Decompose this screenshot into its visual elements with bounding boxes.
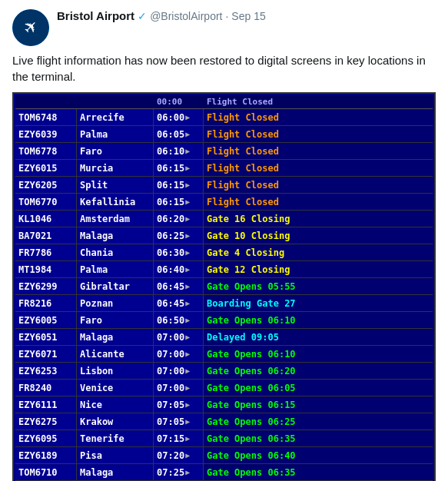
- flight-number: EZY6071: [15, 346, 77, 362]
- departure-time: 06:50▶: [154, 312, 204, 328]
- time-arrow-icon: ▶: [185, 333, 190, 341]
- status-badge: Flight Closed: [204, 126, 433, 142]
- display-name[interactable]: Bristol Airport: [57, 9, 134, 22]
- board-header: 00:00 Flight Closed: [15, 95, 433, 109]
- destination: Malaga: [77, 464, 154, 480]
- header-time: 00:00: [154, 95, 204, 108]
- destination: Malaga: [77, 329, 154, 345]
- table-row: EZY6111 Nice 07:05▶ Gate Opens 06:15: [15, 396, 433, 413]
- table-row: EZY6015 Murcia 06:15▶ Flight Closed: [15, 160, 433, 177]
- status-badge: Flight Closed: [204, 109, 433, 125]
- departure-time: 06:20▶: [154, 211, 204, 227]
- flight-number: BA7021: [15, 227, 77, 244]
- header-flight: [15, 95, 77, 108]
- time-arrow-icon: ▶: [185, 383, 190, 392]
- time-arrow-icon: ▶: [185, 434, 190, 443]
- time-arrow-icon: ▶: [185, 113, 190, 121]
- flight-number: EZY6039: [15, 126, 77, 142]
- departure-time: 06:30▶: [154, 244, 204, 260]
- destination: Gibraltar: [77, 278, 154, 294]
- destination: Faro: [77, 143, 154, 159]
- time-arrow-icon: ▶: [185, 147, 190, 155]
- table-row: EZY6005 Faro 06:50▶ Gate Opens 06:10: [15, 312, 433, 329]
- departure-time: 07:00▶: [154, 380, 204, 396]
- flight-number: EZY6205: [15, 177, 77, 193]
- time-arrow-icon: ▶: [185, 367, 190, 375]
- departure-time: 06:40▶: [154, 261, 204, 277]
- flight-number: KL1046: [15, 211, 77, 227]
- flight-board: 00:00 Flight Closed TOM6748 Arrecife 06:…: [12, 92, 436, 481]
- flight-number: EZY6015: [15, 160, 77, 176]
- destination: Murcia: [77, 160, 154, 176]
- tweet-header: ✈ Bristol Airport ✓ @BristolAirport · Se…: [12, 9, 436, 46]
- status-badge: Gate Opens 06:15: [204, 396, 433, 413]
- time-arrow-icon: ▶: [185, 164, 190, 172]
- departure-time: 06:15▶: [154, 177, 204, 193]
- time-arrow-icon: ▶: [185, 417, 190, 426]
- destination: Tenerife: [77, 430, 154, 446]
- username[interactable]: @BristolAirport: [150, 10, 222, 22]
- table-row: EZY6205 Split 06:15▶ Flight Closed: [15, 177, 433, 194]
- status-badge: Gate Opens 06:40: [204, 447, 433, 463]
- status-badge: Gate 12 Closing: [204, 261, 433, 277]
- status-badge: Gate Opens 05:55: [204, 278, 433, 294]
- table-row: TOM6710 Malaga 07:25▶ Gate Opens 06:35: [15, 464, 433, 481]
- status-badge: Gate Opens 06:35: [204, 464, 433, 480]
- destination: Lisbon: [77, 363, 154, 379]
- departure-time: 06:45▶: [154, 295, 204, 311]
- table-row: TOM6778 Faro 06:10▶ Flight Closed: [15, 143, 433, 160]
- destination: Kefallinia: [77, 194, 154, 210]
- flight-number: EZY6253: [15, 363, 77, 379]
- time-arrow-icon: ▶: [185, 130, 190, 138]
- destination: Palma: [77, 261, 154, 277]
- departure-time: 07:20▶: [154, 447, 204, 463]
- departure-time: 06:00▶: [154, 109, 204, 125]
- status-badge: Flight Closed: [204, 177, 433, 193]
- table-row: FR8216 Poznan 06:45▶ Boarding Gate 27: [15, 295, 433, 312]
- avatar[interactable]: ✈: [12, 9, 49, 46]
- departure-time: 06:45▶: [154, 278, 204, 294]
- destination: Poznan: [77, 295, 154, 311]
- flight-number: EZY6111: [15, 396, 77, 413]
- time-arrow-icon: ▶: [185, 181, 190, 189]
- tweet-date[interactable]: Sep 15: [231, 10, 265, 22]
- status-badge: Gate Opens 06:10: [204, 346, 433, 362]
- departure-time: 06:25▶: [154, 227, 204, 244]
- time-arrow-icon: ▶: [185, 468, 190, 476]
- status-badge: Gate 10 Closing: [204, 227, 433, 244]
- time-arrow-icon: ▶: [185, 350, 190, 358]
- flight-number: TOM6748: [15, 109, 77, 125]
- status-badge: Gate 16 Closing: [204, 211, 433, 227]
- time-arrow-icon: ▶: [185, 248, 190, 257]
- table-row: EZY6071 Alicante 07:00▶ Gate Opens 06:10: [15, 346, 433, 363]
- departure-time: 07:00▶: [154, 346, 204, 362]
- time-arrow-icon: ▶: [185, 316, 190, 324]
- time-arrow-icon: ▶: [185, 299, 190, 307]
- table-row: FR7786 Chania 06:30▶ Gate 4 Closing: [15, 244, 433, 261]
- status-badge: Flight Closed: [204, 194, 433, 210]
- time-arrow-icon: ▶: [185, 231, 190, 240]
- plane-icon: ✈: [18, 15, 42, 39]
- table-row: EZY6039 Palma 06:05▶ Flight Closed: [15, 126, 433, 143]
- time-arrow-icon: ▶: [185, 400, 190, 409]
- time-arrow-icon: ▶: [185, 265, 190, 274]
- tweet: ✈ Bristol Airport ✓ @BristolAirport · Se…: [0, 0, 448, 481]
- separator-dot: ·: [225, 10, 228, 22]
- departure-time: 06:05▶: [154, 126, 204, 142]
- status-badge: Gate Opens 06:25: [204, 413, 433, 430]
- status-badge: Flight Closed: [204, 160, 433, 176]
- table-row: EZY6095 Tenerife 07:15▶ Gate Opens 06:35: [15, 430, 433, 447]
- user-info: Bristol Airport ✓ @BristolAirport · Sep …: [57, 9, 436, 22]
- table-row: EZY6051 Malaga 07:00▶ Delayed 09:05: [15, 329, 433, 346]
- status-badge: Delayed 09:05: [204, 329, 433, 345]
- destination: Nice: [77, 396, 154, 413]
- departure-time: 07:00▶: [154, 363, 204, 379]
- departure-time: 06:15▶: [154, 194, 204, 210]
- flight-number: FR8240: [15, 380, 77, 396]
- status-badge: Gate Opens 06:05: [204, 380, 433, 396]
- destination: Split: [77, 177, 154, 193]
- user-name-row: Bristol Airport ✓ @BristolAirport · Sep …: [57, 9, 436, 22]
- flight-number: TOM6770: [15, 194, 77, 210]
- table-row: BA7021 Malaga 06:25▶ Gate 10 Closing: [15, 227, 433, 244]
- board-rows: TOM6748 Arrecife 06:00▶ Flight Closed EZ…: [15, 109, 433, 481]
